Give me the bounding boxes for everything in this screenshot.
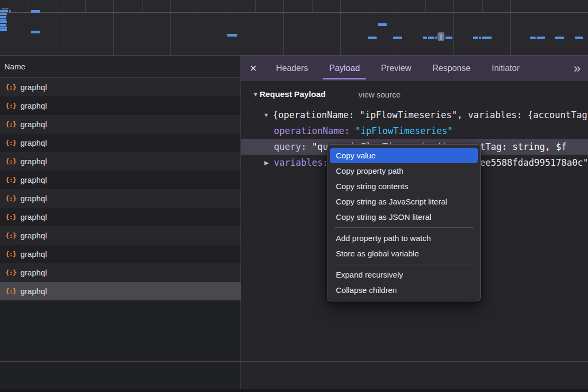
payload-property-row[interactable]: operationName: "ipFlowTimeseries": [241, 123, 588, 139]
detail-tab-bar: ✕ HeadersPayloadPreviewResponseInitiator…: [241, 56, 588, 81]
more-tabs-icon[interactable]: »: [574, 56, 581, 81]
menu-item-copy-property-path[interactable]: Copy property path: [327, 163, 480, 179]
json-braces-icon: {:}: [5, 250, 16, 258]
json-braces-icon: {:}: [5, 83, 16, 91]
tab-label: Headers: [276, 64, 308, 73]
tab-payload[interactable]: Payload: [318, 56, 370, 81]
collapse-caret-icon[interactable]: ▼: [253, 91, 259, 97]
ruler-tick: [369, 0, 369, 12]
json-braces-icon: {:}: [5, 102, 16, 110]
expander-down-icon[interactable]: ▼: [263, 107, 269, 123]
network-overview-timeline[interactable]: [0, 0, 588, 55]
payload-root-row[interactable]: ▼{operationName: "ipFlowTimeseries", var…: [241, 107, 588, 123]
json-braces-icon: {:}: [5, 213, 16, 221]
ruler-tick: [312, 0, 313, 12]
menu-item-add-property-path-to-watch[interactable]: Add property path to watch: [327, 230, 480, 246]
tab-label: Initiator: [492, 64, 519, 73]
detail-tabs: HeadersPayloadPreviewResponseInitiator: [265, 56, 530, 81]
request-name: graphql: [20, 231, 47, 240]
network-content: Name {:}graphql{:}graphql{:}graphql{:}gr…: [0, 55, 588, 392]
ruler-tick: [425, 0, 426, 12]
menu-separator: [334, 264, 474, 264]
request-row[interactable]: {:}graphql: [0, 115, 240, 133]
overview-gridline: [113, 0, 114, 55]
selected-tab-underline: [323, 78, 366, 79]
name-column-header[interactable]: Name: [0, 56, 240, 78]
tab-preview[interactable]: Preview: [370, 56, 422, 81]
footer-divider: [0, 361, 588, 362]
overview-gridline: [453, 0, 454, 55]
request-bar: [0, 13, 7, 15]
request-rows: {:}graphql{:}graphql{:}graphql{:}graphql…: [0, 78, 240, 300]
request-bar: [0, 21, 7, 23]
request-bar: [0, 10, 8, 12]
ruler-tick: [29, 0, 29, 12]
property-line: operationName: "ipFlowTimeseries": [241, 123, 588, 139]
overview-gridline: [283, 0, 284, 55]
request-row[interactable]: {:}graphql: [0, 133, 240, 152]
tab-initiator[interactable]: Initiator: [481, 56, 530, 81]
view-source-link[interactable]: view source: [359, 90, 400, 99]
request-list-panel: Name {:}graphql{:}graphql{:}graphql{:}gr…: [0, 56, 241, 392]
tab-label: Response: [432, 64, 470, 73]
json-braces-icon: {:}: [5, 194, 16, 202]
request-name: graphql: [20, 194, 47, 203]
request-row[interactable]: {:}graphql: [0, 96, 240, 115]
json-braces-icon: {:}: [5, 287, 16, 295]
request-bar: [0, 29, 7, 31]
overview-gridline: [340, 0, 341, 55]
request-bar: [368, 37, 377, 39]
request-row[interactable]: {:}graphql: [0, 78, 240, 96]
request-name: graphql: [20, 157, 47, 166]
ruler-tick: [142, 0, 142, 12]
request-bar: [530, 37, 536, 39]
overview-gridline: [397, 0, 397, 55]
request-row[interactable]: {:}graphql: [0, 189, 240, 208]
property-key: variables:: [274, 157, 334, 168]
menu-item-copy-string-as-json-literal[interactable]: Copy string as JSON literal: [327, 209, 480, 225]
request-name: graphql: [20, 120, 47, 129]
request-bar: [428, 37, 434, 39]
ruler-tick: [85, 0, 86, 12]
menu-item-copy-value[interactable]: Copy value: [330, 148, 478, 163]
ruler-tick: [539, 0, 539, 12]
request-bar: [435, 37, 437, 39]
tab-headers[interactable]: Headers: [265, 56, 318, 81]
request-bar: [537, 37, 545, 39]
request-bar: [575, 37, 583, 39]
tab-label: Payload: [329, 64, 360, 73]
request-row[interactable]: {:}graphql: [0, 226, 240, 245]
request-row[interactable]: {:}graphql: [0, 263, 240, 282]
request-name: graphql: [20, 175, 47, 184]
request-bar: [423, 37, 427, 39]
json-braces-icon: {:}: [5, 157, 16, 165]
ruler-tick: [255, 0, 256, 12]
request-name: graphql: [20, 101, 47, 110]
property-key: operationName:: [274, 126, 355, 136]
property-key: query:: [274, 141, 312, 152]
request-bar: [0, 19, 6, 21]
ruler-tick: [482, 0, 483, 12]
request-row[interactable]: {:}graphql: [0, 208, 240, 226]
close-icon[interactable]: ✕: [241, 56, 265, 81]
request-bar-gray: [2, 8, 8, 10]
request-name: graphql: [20, 138, 47, 147]
menu-item-collapse-children[interactable]: Collapse children: [327, 282, 480, 298]
menu-item-copy-string-contents[interactable]: Copy string contents: [327, 179, 480, 194]
request-row[interactable]: {:}graphql: [0, 152, 240, 171]
tab-response[interactable]: Response: [422, 56, 481, 81]
overview-gridline: [57, 0, 57, 55]
menu-item-copy-string-as-javascript-literal[interactable]: Copy string as JavaScript literal: [327, 194, 480, 209]
request-bar: [378, 23, 387, 26]
section-title: Request Payload: [260, 90, 326, 99]
request-row[interactable]: {:}graphql: [0, 245, 240, 263]
request-bar: [479, 37, 481, 39]
menu-item-expand-recursively[interactable]: Expand recursively: [327, 267, 480, 282]
request-row[interactable]: {:}graphql: [0, 171, 240, 189]
request-bar: [227, 34, 237, 37]
expander-right-icon[interactable]: ▶: [264, 155, 269, 171]
hover-marker: [440, 34, 442, 40]
json-braces-icon: {:}: [5, 176, 16, 184]
menu-item-store-as-global-variable[interactable]: Store as global variable: [327, 246, 480, 261]
request-row[interactable]: {:}graphql: [0, 282, 240, 300]
